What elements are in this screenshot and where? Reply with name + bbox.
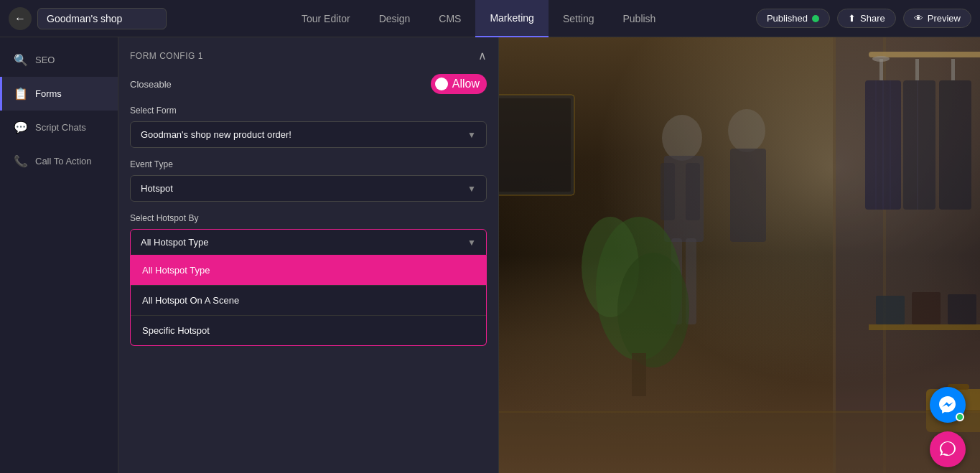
- chevron-down-icon: ▼: [467, 130, 476, 140]
- preview-button[interactable]: 👁 Preview: [903, 9, 971, 28]
- svg-rect-19: [912, 292, 941, 324]
- svg-rect-33: [730, 149, 766, 242]
- tab-tour-editor[interactable]: Tour Editor: [287, 0, 365, 37]
- preview-label: Preview: [928, 13, 961, 24]
- hotspot-option-all-type[interactable]: All Hotspot Type: [131, 256, 486, 285]
- shop-name-input[interactable]: [37, 8, 167, 29]
- svg-rect-10: [915, 59, 919, 80]
- svg-rect-14: [939, 80, 971, 210]
- sidebar-item-script-chats[interactable]: 💬 Script Chats: [0, 111, 118, 144]
- tab-setting[interactable]: Setting: [549, 0, 609, 37]
- select-hotspot-wrapper: Select Hotspot By All Hotspot Type ▼ All…: [130, 213, 487, 256]
- published-badge: Published: [756, 9, 830, 28]
- svg-point-32: [728, 109, 765, 152]
- collapse-button[interactable]: ∧: [478, 49, 487, 62]
- sidebar-label-seo: SEO: [35, 55, 55, 65]
- online-dot: [956, 413, 964, 421]
- top-nav: ← Tour Editor Design CMS Marketing Setti…: [0, 0, 980, 37]
- sidebar-item-call-to-action[interactable]: 📞 Call To Action: [0, 144, 118, 178]
- event-type-wrapper: Event Type Hotspot ▼: [130, 159, 487, 202]
- hotspot-dropdown[interactable]: All Hotspot Type ▼: [130, 229, 487, 256]
- sidebar-label-script-chats: Script Chats: [35, 122, 86, 133]
- toggle-ball: [435, 78, 448, 90]
- published-dot: [812, 15, 819, 22]
- select-hotspot-label: Select Hotspot By: [130, 213, 487, 223]
- closeable-row: Closeable Allow: [130, 74, 487, 94]
- chat-icon: [938, 440, 957, 459]
- nav-right: Published ⬆ Share 👁 Preview: [756, 9, 971, 28]
- hotspot-selected-value: All Hotspot Type: [141, 237, 208, 248]
- hotspot-dropdown-menu: All Hotspot Type All Hotspot On A Scene …: [130, 256, 487, 346]
- messenger-button[interactable]: [930, 387, 966, 423]
- share-icon: ⬆: [848, 13, 856, 24]
- form-config-header: FORM CONFIG 1 ∧: [130, 49, 487, 62]
- event-type-dropdown[interactable]: Hotspot ▼: [130, 175, 487, 202]
- main-nav-tabs: Tour Editor Design CMS Marketing Setting…: [287, 0, 670, 37]
- svg-rect-20: [948, 294, 976, 324]
- share-button[interactable]: ⬆ Share: [837, 9, 896, 28]
- svg-rect-11: [903, 80, 935, 210]
- svg-rect-13: [951, 59, 955, 80]
- back-button[interactable]: ←: [9, 7, 32, 30]
- hotspot-option-all-scene[interactable]: All Hotspot On A Scene: [131, 286, 486, 315]
- svg-point-5: [872, 56, 890, 62]
- svg-point-39: [617, 253, 689, 367]
- forms-panel: FORM CONFIG 1 ∧ Closeable Allow Select F…: [118, 37, 499, 473]
- svg-rect-41: [499, 411, 980, 473]
- selected-form-value: Goodman's shop new product order!: [141, 129, 291, 140]
- messenger-icon: [938, 395, 958, 415]
- svg-rect-40: [632, 353, 646, 396]
- allow-toggle[interactable]: Allow: [431, 74, 487, 94]
- sidebar-label-call-to-action: Call To Action: [35, 156, 92, 167]
- sidebar-item-forms[interactable]: 📋 Forms: [0, 77, 118, 111]
- event-type-label: Event Type: [130, 159, 487, 169]
- tab-cms[interactable]: CMS: [424, 0, 475, 37]
- allow-label: Allow: [452, 78, 480, 90]
- script-chats-icon: 💬: [14, 121, 28, 134]
- sidebar-label-forms: Forms: [35, 88, 62, 99]
- sidebar: 🔍 SEO 📋 Forms 💬 Script Chats 📞 Call To A…: [0, 37, 118, 473]
- select-form-label: Select Form: [130, 106, 487, 116]
- seo-icon: 🔍: [14, 53, 28, 67]
- hotspot-option-specific[interactable]: Specific Hotspot: [131, 316, 486, 345]
- svg-rect-28: [661, 163, 675, 220]
- form-config-title: FORM CONFIG 1: [130, 51, 203, 61]
- published-label: Published: [767, 13, 808, 24]
- select-form-wrapper: Select Form Goodman's shop new product o…: [130, 106, 487, 148]
- sidebar-item-seo[interactable]: 🔍 SEO: [0, 43, 118, 77]
- tab-publish[interactable]: Publish: [608, 0, 670, 37]
- call-to-action-icon: 📞: [14, 154, 28, 168]
- forms-icon: 📋: [14, 87, 28, 100]
- select-form-dropdown[interactable]: Goodman's shop new product order! ▼: [130, 121, 487, 148]
- svg-rect-17: [869, 324, 980, 330]
- svg-rect-4: [879, 59, 883, 80]
- svg-rect-29: [686, 163, 700, 220]
- svg-rect-18: [876, 296, 905, 324]
- chevron-down-icon-2: ▼: [467, 184, 476, 194]
- event-type-value: Hotspot: [141, 183, 173, 194]
- store-background: [499, 37, 980, 473]
- closeable-label: Closeable: [130, 79, 172, 90]
- preview-icon: 👁: [914, 13, 923, 24]
- svg-point-26: [662, 115, 702, 161]
- chevron-down-icon-3: ▼: [467, 238, 476, 248]
- svg-rect-35: [499, 98, 571, 192]
- chat-button[interactable]: [930, 431, 966, 467]
- share-label: Share: [860, 13, 885, 24]
- tab-marketing[interactable]: Marketing: [475, 0, 548, 37]
- tab-design[interactable]: Design: [365, 0, 425, 37]
- store-illustration: [499, 37, 980, 473]
- main-content: 🔍 SEO 📋 Forms 💬 Script Chats 📞 Call To A…: [0, 37, 980, 473]
- toggle-container: Allow: [431, 74, 487, 94]
